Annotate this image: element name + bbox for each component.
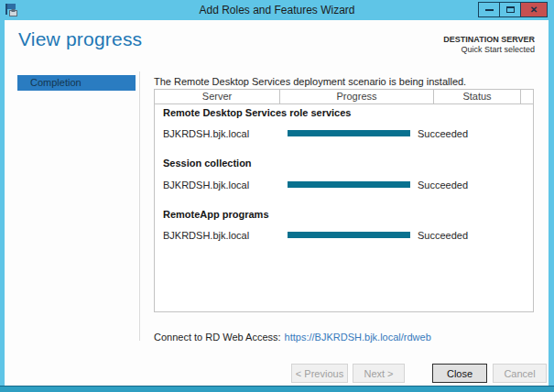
rdweb-label: Connect to RD Web Access: [154,332,281,343]
server-name: BJKRDSH.bjk.local [163,128,249,139]
destination-server-value: Quick Start selected [443,45,535,55]
progress-bar [288,181,410,188]
group-title-role-services: Remote Desktop Services role services [163,107,351,118]
column-header-server: Server [155,90,280,103]
rdweb-link[interactable]: https://BJKRDSH.bjk.local/rdweb [285,332,431,343]
close-window-button[interactable]: ✕ [520,2,548,17]
sidebar-divider [139,71,140,341]
page-title: View progress [18,28,142,50]
table-header-row: Server Progress Status [155,90,533,104]
status-text: Succeeded [418,128,468,139]
progress-bar [288,130,410,136]
progress-bar-fill [288,232,410,238]
status-text: Succeeded [418,230,468,241]
group-title-session-collection: Session collection [163,158,252,169]
maximize-icon [506,6,515,13]
status-text: Succeeded [418,180,468,191]
table-row: BJKRDSH.bjk.local Succeeded [155,230,533,241]
progress-bar [288,232,410,238]
progress-bar-fill [288,130,410,136]
window-controls: ✕ [479,2,548,17]
destination-server-block: DESTINATION SERVER Quick Start selected [443,35,535,55]
close-icon: ✕ [530,5,538,15]
titlebar: Add Roles and Features Wizard ✕ [0,0,554,20]
server-name: BJKRDSH.bjk.local [163,230,249,241]
column-header-extra [521,90,533,103]
table-row: BJKRDSH.bjk.local Succeeded [155,128,533,139]
intro-text: The Remote Desktop Services deployment s… [154,76,466,87]
cancel-button[interactable]: Cancel [493,364,547,383]
server-name: BJKRDSH.bjk.local [163,180,249,191]
column-header-progress: Progress [280,90,434,103]
maximize-button[interactable] [499,2,521,17]
minimize-icon [485,9,494,11]
previous-button[interactable]: < Previous [291,364,348,383]
next-button[interactable]: Next > [353,364,405,383]
progress-table: Server Progress Status Remote Desktop Se… [154,89,534,312]
progress-bar-fill [288,181,410,188]
rdweb-footer: Connect to RD Web Access:https://BJKRDSH… [154,332,431,343]
group-title-remoteapp-programs: RemoteApp programs [163,209,269,220]
column-header-status: Status [434,90,521,103]
sidebar-item-completion[interactable]: Completion [17,75,136,91]
window-frame-bottom [0,387,554,392]
wizard-window: Add Roles and Features Wizard ✕ View pro… [0,0,554,392]
minimize-button[interactable] [478,2,500,17]
wizard-body: View progress DESTINATION SERVER Quick S… [5,20,549,386]
destination-server-label: DESTINATION SERVER [443,35,535,45]
close-button[interactable]: Close [432,364,487,383]
window-title: Add Roles and Features Wizard [0,4,554,16]
table-row: BJKRDSH.bjk.local Succeeded [155,180,533,191]
